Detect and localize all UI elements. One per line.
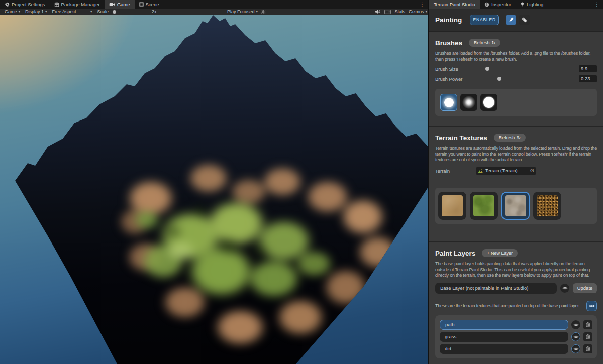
brush-preview — [483, 97, 494, 108]
tab-package-manager[interactable]: Package Manager — [50, 0, 105, 9]
texture-tile-stone-selected[interactable] — [501, 192, 530, 220]
refresh-label: Refresh — [499, 135, 515, 140]
brush-size-slider[interactable] — [475, 66, 576, 72]
layer-row-path: path — [440, 320, 592, 330]
brush-tile-hard-round[interactable] — [480, 94, 497, 111]
package-icon — [54, 2, 59, 7]
game-window: Project Settings Package Manager Game Sc… — [0, 0, 428, 364]
eye-icon — [589, 304, 595, 308]
layer-delete-button-path[interactable] — [583, 320, 592, 329]
layer-name-field-dirt[interactable]: dirt — [440, 344, 568, 354]
eraser-tool-button[interactable] — [519, 15, 530, 25]
play-focused-dropdown[interactable]: Play Focused ▾ — [227, 9, 258, 14]
display-dropdown[interactable]: Display 1 ▾ — [23, 9, 50, 14]
scene-grid-icon — [139, 2, 144, 7]
refresh-icon: ↻ — [517, 135, 521, 140]
base-layer-update-button[interactable]: Update — [573, 283, 597, 293]
brush-tool-button[interactable] — [506, 15, 516, 25]
brushes-description: Brushes are loaded from the /brushes fol… — [435, 51, 597, 62]
brush-size-label: Brush Size — [435, 66, 475, 72]
textures-refresh-button[interactable]: Refresh ↻ — [494, 134, 526, 142]
vsync-layout-icon[interactable] — [384, 10, 391, 14]
eye-icon — [573, 335, 579, 339]
view-mode-dropdown[interactable]: Game ▾ — [2, 9, 23, 14]
chevron-down-icon: ▾ — [45, 10, 47, 14]
layers-note-row: These are the terrain textures that are … — [435, 301, 597, 311]
debug-bug-icon[interactable] — [261, 9, 266, 14]
texture-preview-sand — [442, 195, 463, 216]
brush-power-label: Brush Power — [435, 76, 475, 82]
terrain-object-field[interactable]: Terrain (Terrain) ⊙ — [476, 167, 536, 175]
tab-label: Game — [117, 2, 130, 7]
layer-name-field-path[interactable]: path — [440, 320, 568, 330]
object-picker-icon[interactable]: ⊙ — [530, 168, 534, 173]
brush-icon — [508, 17, 514, 23]
layer-delete-button-dirt[interactable] — [583, 344, 592, 353]
brushes-refresh-button[interactable]: Refresh ↻ — [469, 39, 500, 47]
brush-power-slider[interactable] — [475, 76, 576, 82]
terrain-asset-icon — [478, 169, 483, 173]
stats-button[interactable]: Stats — [394, 9, 405, 14]
texture-preview-gravel — [537, 195, 558, 216]
view-mode-label: Game — [5, 9, 17, 14]
brush-tile-soft-round-selected[interactable] — [440, 94, 457, 111]
chevron-down-icon: ▾ — [425, 10, 427, 14]
terrain-object-row: Terrain Terrain (Terrain) ⊙ — [435, 167, 597, 175]
painting-enabled-button[interactable]: ENABLED — [470, 15, 499, 25]
tab-label: Lighting — [527, 2, 543, 7]
eye-icon — [573, 323, 579, 327]
tab-game[interactable]: Game — [105, 0, 135, 9]
base-layer-visibility-button[interactable] — [560, 284, 569, 293]
layer-visibility-button-dirt[interactable] — [571, 344, 580, 353]
gizmos-dropdown[interactable]: Gizmos ▾ — [409, 9, 427, 14]
chevron-down-icon: ▾ — [19, 10, 21, 14]
tab-lighting[interactable]: Lighting — [516, 0, 548, 9]
terrain-textures-title: Terrain Textures — [435, 134, 487, 142]
tab-label: Scene — [146, 2, 159, 7]
brushes-section: Brushes Refresh ↻ Brushes are loaded fro… — [429, 32, 603, 126]
scale-slider[interactable] — [110, 10, 150, 14]
scale-control: Scale 2x — [95, 9, 159, 14]
layer-name-field-grass[interactable]: grass — [440, 332, 568, 342]
tab-terrain-paint-studio[interactable]: Terrain Paint Studio — [429, 0, 480, 9]
paint-layers-section: Paint Layers + New Layer The base paint … — [429, 241, 603, 364]
panel-menu-icon[interactable]: ⋮ — [591, 0, 603, 9]
brush-power-value[interactable]: 0.23 — [579, 75, 597, 82]
paint-layers-description: The base paint layer holds painting data… — [435, 261, 597, 279]
info-icon — [484, 2, 489, 7]
brush-size-value[interactable]: 9.9 — [579, 65, 597, 72]
game-view-toolbar: Game ▾ Display 1 ▾ Free Aspect ▾ Scale 2… — [0, 9, 428, 15]
tab-project-settings[interactable]: Project Settings — [0, 0, 50, 9]
eraser-icon — [521, 17, 528, 23]
tab-label: Project Settings — [12, 2, 45, 7]
brush-power-row: Brush Power 0.23 — [435, 75, 597, 82]
scale-label: Scale — [97, 9, 109, 14]
all-layers-visibility-button[interactable] — [586, 301, 597, 311]
brush-size-slider-thumb[interactable] — [485, 67, 489, 71]
mute-audio-icon[interactable] — [375, 9, 381, 14]
brush-preview — [444, 98, 454, 107]
tab-scene[interactable]: Scene — [135, 0, 164, 9]
brush-tile-faded-blob[interactable] — [460, 94, 477, 111]
brush-power-slider-thumb[interactable] — [497, 77, 501, 81]
eye-icon — [573, 347, 579, 351]
layers-note: These are the terrain textures that are … — [435, 303, 579, 308]
new-layer-button[interactable]: + New Layer — [482, 249, 518, 257]
chevron-down-icon: ▾ — [90, 10, 92, 14]
layer-visibility-button-path[interactable] — [571, 320, 580, 329]
base-layer-field[interactable]: Base Layer (not paintable in Paint Studi… — [435, 283, 557, 294]
layer-visibility-button-grass[interactable] — [571, 332, 580, 341]
scale-slider-thumb[interactable] — [113, 10, 116, 14]
tab-inspector[interactable]: Inspector — [480, 0, 516, 9]
painting-header: Painting ENABLED — [429, 9, 603, 32]
game-window-menu-icon[interactable]: ⋮ — [416, 0, 428, 9]
texture-tile-grass[interactable] — [470, 192, 498, 220]
texture-tile-sand[interactable] — [438, 192, 466, 220]
gizmos-label: Gizmos — [409, 9, 424, 14]
layer-delete-button-grass[interactable] — [583, 332, 592, 341]
aspect-dropdown[interactable]: Free Aspect ▾ — [50, 9, 95, 14]
texture-tile-gravel[interactable] — [533, 192, 561, 220]
chevron-down-icon: ▾ — [256, 10, 258, 14]
game-viewport[interactable] — [0, 15, 428, 364]
painting-title: Painting — [435, 16, 462, 24]
